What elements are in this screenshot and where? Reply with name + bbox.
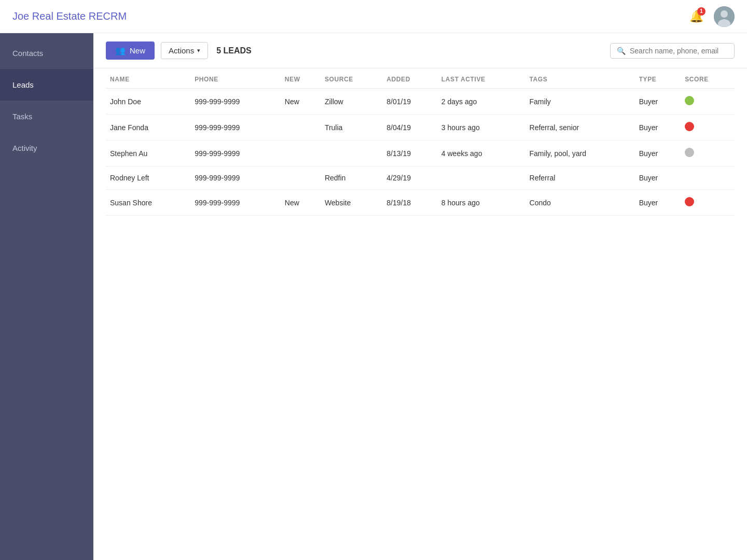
- avatar[interactable]: [714, 6, 735, 27]
- app-logo: Joe Real Estate RECRM: [12, 10, 127, 22]
- sidebar-label-leads: Leads: [12, 80, 34, 89]
- table-row[interactable]: Rodney Left999-999-9999Redfin4/29/19Refe…: [106, 166, 735, 190]
- table-row[interactable]: Jane Fonda999-999-9999Trulia8/04/193 hou…: [106, 115, 735, 141]
- cell-added-1: 8/04/19: [382, 115, 437, 141]
- cell-type-4: Buyer: [635, 190, 681, 216]
- cell-source-1: Trulia: [321, 115, 382, 141]
- cell-new-0: New: [281, 89, 321, 115]
- score-dot: [685, 148, 694, 157]
- search-icon: 🔍: [617, 47, 626, 55]
- new-button-label: New: [130, 46, 145, 55]
- cell-name-4: Susan Shore: [106, 190, 190, 216]
- cell-name-0: John Doe: [106, 89, 190, 115]
- cell-last_active-4: 8 hours ago: [437, 190, 525, 216]
- cell-name-3: Rodney Left: [106, 166, 190, 190]
- cell-score-1: [681, 115, 735, 141]
- col-name: NAME: [106, 68, 190, 89]
- app-brand: RECRM: [89, 10, 127, 22]
- new-button[interactable]: 👥 New: [106, 41, 155, 60]
- cell-phone-2: 999-999-9999: [190, 141, 281, 166]
- sidebar-label-activity: Activity: [12, 144, 37, 152]
- col-phone: PHONE: [190, 68, 281, 89]
- add-contacts-icon: 👥: [115, 46, 126, 55]
- cell-tags-1: Referral, senior: [525, 115, 635, 141]
- search-box: 🔍: [610, 43, 735, 59]
- cell-added-0: 8/01/19: [382, 89, 437, 115]
- cell-type-2: Buyer: [635, 141, 681, 166]
- cell-source-2: [321, 141, 382, 166]
- sidebar-item-leads[interactable]: Leads: [0, 69, 93, 101]
- cell-name-1: Jane Fonda: [106, 115, 190, 141]
- table-row[interactable]: Stephen Au999-999-99998/13/194 weeks ago…: [106, 141, 735, 166]
- search-input[interactable]: [630, 47, 728, 55]
- sidebar-label-tasks: Tasks: [12, 112, 32, 121]
- cell-last_active-3: [437, 166, 525, 190]
- score-dot: [685, 96, 694, 105]
- sidebar-label-contacts: Contacts: [12, 49, 43, 58]
- cell-type-1: Buyer: [635, 115, 681, 141]
- cell-score-0: [681, 89, 735, 115]
- app-name: Joe Real Estate: [12, 10, 86, 22]
- cell-score-2: [681, 141, 735, 166]
- cell-name-2: Stephen Au: [106, 141, 190, 166]
- table-row[interactable]: Susan Shore999-999-9999NewWebsite8/19/18…: [106, 190, 735, 216]
- cell-score-3: [681, 166, 735, 190]
- col-source: SOURCE: [321, 68, 382, 89]
- cell-phone-1: 999-999-9999: [190, 115, 281, 141]
- cell-added-4: 8/19/18: [382, 190, 437, 216]
- cell-tags-4: Condo: [525, 190, 635, 216]
- notification-badge: 1: [697, 7, 706, 16]
- cell-added-2: 8/13/19: [382, 141, 437, 166]
- cell-source-4: Website: [321, 190, 382, 216]
- leads-table: NAME PHONE NEW SOURCE ADDED LAST ACTIVE …: [106, 68, 735, 216]
- cell-phone-3: 999-999-9999: [190, 166, 281, 190]
- cell-new-3: [281, 166, 321, 190]
- col-last-active: LAST ACTIVE: [437, 68, 525, 89]
- cell-new-4: New: [281, 190, 321, 216]
- col-tags: TAGS: [525, 68, 635, 89]
- toolbar: 👥 New Actions ▾ 5 LEADS 🔍: [93, 33, 747, 68]
- sidebar-item-tasks[interactable]: Tasks: [0, 101, 93, 132]
- col-added: ADDED: [382, 68, 437, 89]
- main-content: 👥 New Actions ▾ 5 LEADS 🔍 NAME PHONE: [93, 33, 747, 560]
- actions-button-label: Actions: [169, 46, 194, 55]
- header-right: 🔔 1: [687, 6, 735, 27]
- actions-button[interactable]: Actions ▾: [161, 42, 208, 59]
- sidebar: Contacts Leads Tasks Activity: [0, 33, 93, 560]
- col-score: SCORE: [681, 68, 735, 89]
- header: Joe Real Estate RECRM 🔔 1: [0, 0, 747, 33]
- sidebar-item-contacts[interactable]: Contacts: [0, 37, 93, 69]
- sidebar-item-activity[interactable]: Activity: [0, 132, 93, 164]
- cell-last_active-0: 2 days ago: [437, 89, 525, 115]
- cell-source-0: Zillow: [321, 89, 382, 115]
- cell-added-3: 4/29/19: [382, 166, 437, 190]
- cell-phone-4: 999-999-9999: [190, 190, 281, 216]
- cell-tags-0: Family: [525, 89, 635, 115]
- table-row[interactable]: John Doe999-999-9999NewZillow8/01/192 da…: [106, 89, 735, 115]
- score-dot: [685, 122, 694, 131]
- cell-tags-2: Family, pool, yard: [525, 141, 635, 166]
- svg-point-1: [721, 10, 728, 18]
- leads-count: 5 LEADS: [216, 46, 252, 55]
- cell-phone-0: 999-999-9999: [190, 89, 281, 115]
- cell-type-3: Buyer: [635, 166, 681, 190]
- score-dot: [685, 197, 694, 206]
- col-new: NEW: [281, 68, 321, 89]
- cell-last_active-1: 3 hours ago: [437, 115, 525, 141]
- col-type: TYPE: [635, 68, 681, 89]
- cell-type-0: Buyer: [635, 89, 681, 115]
- avatar-image: [714, 6, 735, 27]
- table-header-row: NAME PHONE NEW SOURCE ADDED LAST ACTIVE …: [106, 68, 735, 89]
- chevron-down-icon: ▾: [197, 47, 200, 54]
- cell-source-3: Redfin: [321, 166, 382, 190]
- cell-tags-3: Referral: [525, 166, 635, 190]
- cell-score-4: [681, 190, 735, 216]
- cell-new-2: [281, 141, 321, 166]
- cell-last_active-2: 4 weeks ago: [437, 141, 525, 166]
- main-layout: Contacts Leads Tasks Activity 👥 New Acti…: [0, 33, 747, 560]
- cell-new-1: [281, 115, 321, 141]
- leads-table-container: NAME PHONE NEW SOURCE ADDED LAST ACTIVE …: [93, 68, 747, 216]
- notification-button[interactable]: 🔔 1: [687, 7, 706, 26]
